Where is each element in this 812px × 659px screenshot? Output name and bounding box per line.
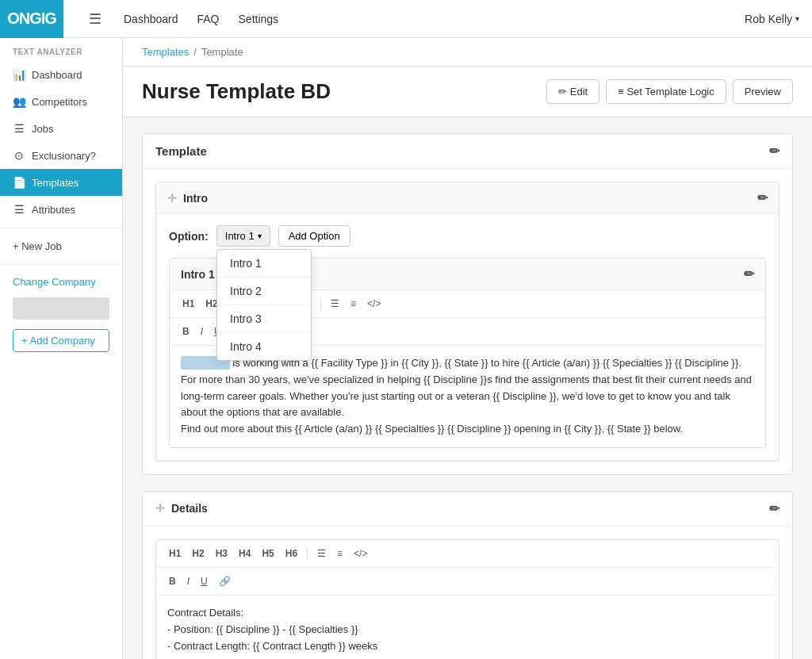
intro-dropdown-menu: Intro 1 Intro 2 Intro 3 Intro 4: [216, 249, 312, 361]
page-header: Nurse Template BD ✏ Edit ≡ Set Template …: [123, 67, 812, 117]
toolbar-sep-1: [320, 297, 321, 310]
option-row: Option: Intro 1 ▾ Add Option Intro 1 Int…: [156, 214, 779, 258]
editor-text-prefix: is working with a {{ Facility Type }} in…: [181, 357, 752, 418]
template-edit-icon[interactable]: ✏: [769, 144, 779, 159]
details-inner: H1 H2 H3 H4 H5 H6 ☰ ≡ </> B I U: [155, 539, 779, 659]
nav-settings[interactable]: Settings: [239, 13, 279, 25]
intro-block: ✛ Intro ✏ Option: Intro 1 ▾ Add Option: [155, 182, 779, 462]
intro-header-left: ✛ Intro: [167, 192, 208, 205]
new-job-label: + New Job: [13, 240, 62, 252]
content-area: Template ✏ ✛ Intro ✏ Option:: [123, 117, 812, 659]
toolbar-italic[interactable]: I: [197, 324, 206, 339]
exclusionary-icon: ⊙: [13, 149, 25, 162]
main-content: Templates / Template Nurse Template BD ✏…: [123, 38, 812, 659]
add-company-button[interactable]: + Add Company: [13, 329, 109, 352]
set-template-logic-button[interactable]: ≡ Set Template Logic: [606, 79, 726, 104]
hamburger-icon[interactable]: ☰: [89, 10, 102, 28]
details-content-line1: Contract Details:: [167, 605, 768, 622]
details-toolbar-2: B I U 🔗: [156, 568, 779, 596]
template-section: Template ✏ ✛ Intro ✏ Option:: [142, 133, 793, 475]
sidebar-item-attributes[interactable]: ☰ Attributes: [0, 196, 122, 223]
edit-button[interactable]: ✏ Edit: [546, 79, 599, 104]
details-toolbar-sep: [307, 547, 308, 560]
sidebar-item-exclusionary[interactable]: ⊙ Exclusionary?: [0, 142, 122, 169]
intro-block-header: ✛ Intro ✏: [156, 182, 779, 214]
logo-area: ONGIG: [0, 0, 63, 38]
dropdown-item-intro4[interactable]: Intro 4: [217, 333, 311, 360]
toolbar-h1[interactable]: H1: [179, 297, 197, 311]
sidebar-item-templates[interactable]: 📄 Templates: [0, 169, 122, 196]
toolbar-ordered-list[interactable]: ≡: [347, 297, 359, 311]
toolbar-bold[interactable]: B: [179, 324, 193, 339]
sidebar-item-new-job[interactable]: + New Job: [0, 233, 122, 259]
drag-handle-icon[interactable]: ✛: [167, 192, 177, 205]
templates-icon: 📄: [13, 176, 25, 189]
change-company-link[interactable]: Change Company: [0, 270, 122, 294]
nav-faq[interactable]: FAQ: [197, 13, 220, 25]
details-toolbar-h3[interactable]: H3: [213, 546, 231, 561]
preview-button[interactable]: Preview: [733, 79, 793, 104]
details-toolbar-link[interactable]: 🔗: [216, 574, 234, 588]
details-content-line3: - Contract Length: {{ Contract Length }}…: [167, 638, 768, 655]
sidebar-section-label: TEXT ANALYZER: [0, 38, 122, 61]
header-buttons: ✏ Edit ≡ Set Template Logic Preview: [546, 79, 793, 104]
sidebar-item-label: Exclusionary?: [32, 150, 96, 162]
sidebar-item-label: Jobs: [32, 123, 53, 135]
details-section: ✛ Details ✏ H1 H2 H3 H4 H5 H6: [142, 491, 793, 659]
intro-sub-edit-icon[interactable]: ✏: [744, 266, 754, 282]
sidebar-divider-2: [0, 264, 122, 265]
editor-text-suffix: Find out more about this {{ Article (a/a…: [181, 423, 683, 435]
sidebar-item-competitors[interactable]: 👥 Competitors: [0, 88, 122, 115]
option-label: Option:: [169, 230, 209, 243]
selected-option-text: Intro 1: [225, 230, 255, 242]
dropdown-item-intro1[interactable]: Intro 1: [217, 250, 311, 278]
details-edit-icon[interactable]: ✏: [769, 501, 779, 516]
details-toolbar-h5[interactable]: H5: [259, 546, 277, 561]
details-toolbar-bold[interactable]: B: [166, 574, 179, 588]
sidebar-item-jobs[interactable]: ☰ Jobs: [0, 115, 122, 142]
details-toolbar-italic[interactable]: I: [184, 574, 193, 588]
top-nav: ONGIG ☰ Dashboard FAQ Settings Rob Kelly…: [0, 0, 812, 38]
sidebar-item-label: Templates: [32, 177, 79, 189]
toolbar-code[interactable]: </>: [364, 297, 384, 311]
details-editor-content[interactable]: Contract Details: - Position: {{ Discipl…: [156, 596, 779, 659]
details-toolbar-ordered-list[interactable]: ≡: [334, 546, 346, 561]
details-toolbar-1: H1 H2 H3 H4 H5 H6 ☰ ≡ </>: [156, 540, 779, 568]
details-toolbar-h1[interactable]: H1: [166, 546, 184, 561]
nav-dashboard[interactable]: Dashboard: [124, 13, 178, 25]
breadcrumb-current: Template: [201, 46, 243, 58]
breadcrumb-separator: /: [193, 46, 197, 58]
details-toolbar-underline[interactable]: U: [197, 574, 211, 588]
details-toolbar-unordered-list[interactable]: ☰: [314, 546, 329, 561]
avatar-placeholder: [13, 297, 109, 320]
details-toolbar-h4[interactable]: H4: [236, 546, 254, 561]
add-option-button[interactable]: Add Option: [278, 225, 350, 247]
details-drag-handle-icon[interactable]: ✛: [155, 502, 165, 515]
page-title: Nurse Template BD: [142, 79, 331, 104]
template-section-header: Template ✏: [143, 134, 792, 169]
user-menu[interactable]: Rob Kelly ▾: [745, 13, 799, 25]
details-toolbar-code[interactable]: </>: [350, 546, 370, 561]
sidebar-item-label: Attributes: [32, 204, 75, 216]
toolbar-unordered-list[interactable]: ☰: [327, 297, 343, 311]
sidebar: TEXT ANALYZER 📊 Dashboard 👥 Competitors …: [0, 38, 123, 659]
logo: ONGIG: [7, 10, 56, 28]
details-toolbar-h6[interactable]: H6: [282, 546, 301, 561]
intro-sub-label: Intro 1: [181, 268, 215, 281]
user-caret-icon: ▾: [795, 14, 799, 23]
sidebar-divider: [0, 228, 122, 228]
template-section-label: Template: [155, 144, 207, 158]
details-toolbar-h2[interactable]: H2: [189, 546, 207, 561]
intro-edit-icon[interactable]: ✏: [757, 190, 768, 205]
editor-content-intro1[interactable]: is working with a {{ Facility Type }} in…: [170, 346, 765, 447]
dropdown-item-intro3[interactable]: Intro 3: [217, 305, 311, 333]
dropdown-item-intro2[interactable]: Intro 2: [217, 278, 311, 305]
jobs-icon: ☰: [13, 122, 25, 135]
intro-option-dropdown[interactable]: Intro 1 ▾: [216, 225, 270, 247]
breadcrumb-templates[interactable]: Templates: [142, 46, 189, 58]
dashboard-icon: 📊: [13, 68, 25, 81]
details-block-header: ✛ Details ✏: [143, 492, 792, 527]
sidebar-item-dashboard[interactable]: 📊 Dashboard: [0, 61, 122, 88]
sidebar-item-label: Dashboard: [32, 69, 82, 81]
breadcrumb: Templates / Template: [123, 38, 812, 67]
